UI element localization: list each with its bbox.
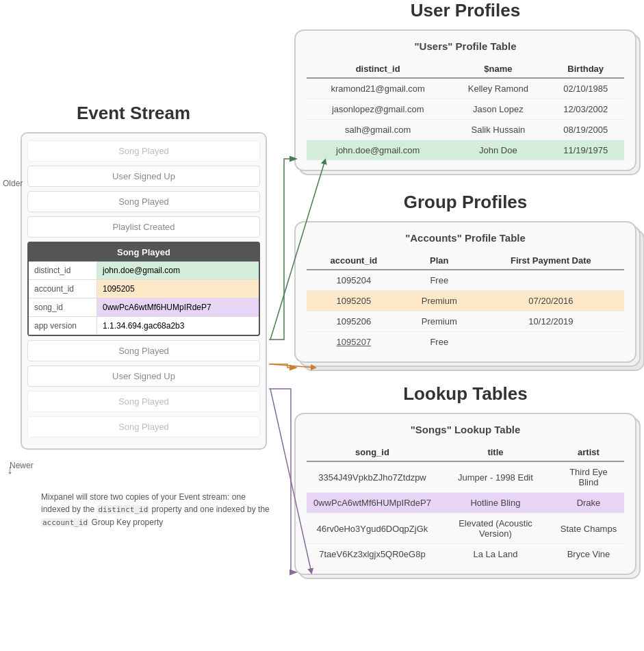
table-row: 1095204 Free — [307, 270, 624, 291]
bottom-note: Mixpanel will store two copies of your E… — [41, 491, 274, 528]
cell-plan: Free — [401, 270, 478, 291]
cell-artist: Bryce Vine — [553, 544, 624, 565]
table-row: jasonlopez@gmail.com Jason Lopez 12/03/2… — [307, 99, 624, 120]
col-song-id: song_id — [307, 444, 438, 461]
list-item: Song Played — [27, 140, 260, 162]
col-artist: artist — [553, 444, 624, 461]
col-name: $name — [449, 60, 547, 78]
table-row: kramond21@gmail.com Kelley Ramond 02/10/… — [307, 78, 624, 99]
list-item: User Signed Up — [27, 366, 260, 387]
cell-date — [478, 270, 624, 291]
group-profiles-table-container: "Accounts" Profile Table account_id Plan… — [294, 221, 636, 363]
user-profiles-table: distinct_id $name Birthday kramond21@gma… — [307, 60, 624, 160]
main-container: Event Stream Older Song Played User Sign… — [0, 0, 644, 651]
cell-name: Jason Lopez — [449, 99, 547, 120]
user-profiles-table-title: "Users" Profile Table — [307, 40, 624, 52]
list-item: User Signed Up — [27, 166, 260, 187]
cell-date — [478, 332, 624, 353]
table-row: 46rv0eHo3Ygud6DOqpZjGk Elevated (Acousti… — [307, 513, 624, 544]
group-profiles-table-title: "Accounts" Profile Table — [307, 232, 624, 244]
table-row: 1095207 Free — [307, 332, 624, 353]
list-item: Playlist Created — [27, 216, 260, 238]
event-val-song-id: 0wwPcA6wtMf6HUMpIRdeP7 — [97, 298, 259, 316]
user-profiles-table-container: "Users" Profile Table distinct_id $name … — [294, 29, 636, 171]
cell-title: Hotline Bling — [438, 493, 553, 513]
table-row: 3354J49VpkbZJho7Ztdzpw Jumper - 1998 Edi… — [307, 461, 624, 493]
lookup-tables-table-container: "Songs" Lookup Table song_id title artis… — [294, 413, 636, 575]
cell-account-id: 1095205 — [307, 291, 401, 311]
table-row: 7taeV6Kz3xlgjx5QR0eG8p La La Land Bryce … — [307, 544, 624, 565]
cell-plan: Free — [401, 332, 478, 353]
lookup-tables-table: song_id title artist 3354J49VpkbZJho7Ztd… — [307, 444, 624, 564]
group-profiles-stack: "Accounts" Profile Table account_id Plan… — [294, 221, 636, 363]
cell-song-id: 7taeV6Kz3xlgjx5QR0eG8p — [307, 544, 438, 565]
lookup-tables-section: Lookup Tables "Songs" Lookup Table song_… — [294, 383, 636, 575]
event-row-app-version: app version 1.1.34.694.gac68a2b3 — [29, 317, 259, 335]
cell-song-id: 0wwPcA6wtMf6HUMpIRdeP7 — [307, 493, 438, 513]
newer-label: Newer — [10, 461, 34, 470]
event-val-account-id: 1095205 — [97, 280, 259, 298]
older-label: Older — [3, 179, 23, 188]
cell-distinct-id: john.doe@gmail.com — [307, 140, 449, 161]
cell-song-id: 3354J49VpkbZJho7Ztdzpw — [307, 461, 438, 493]
cell-date: 07/20/2016 — [478, 291, 624, 311]
cell-distinct-id: kramond21@gmail.com — [307, 78, 449, 99]
user-profiles-section: User Profiles "Users" Profile Table dist… — [294, 0, 636, 171]
col-account-id: account_id — [307, 252, 401, 270]
expanded-event: Song Played distinct_id john.doe@gmail.c… — [27, 242, 260, 336]
table-row: salh@gmail.com Salik Hussain 08/19/2005 — [307, 120, 624, 140]
event-val-distinct-id: john.doe@gmail.com — [97, 261, 259, 279]
col-title: title — [438, 444, 553, 461]
col-plan: Plan — [401, 252, 478, 270]
event-row-song-id: song_id 0wwPcA6wtMf6HUMpIRdeP7 — [29, 298, 259, 317]
event-val-app-version: 1.1.34.694.gac68a2b3 — [97, 317, 259, 335]
cell-distinct-id: jasonlopez@gmail.com — [307, 99, 449, 120]
list-item: Song Played — [27, 340, 260, 361]
user-profiles-title: User Profiles — [294, 0, 636, 21]
cell-title: La La Land — [438, 544, 553, 565]
cell-date: 10/12/2019 — [478, 311, 624, 332]
event-key-account-id: account_id — [29, 280, 97, 298]
cell-title: Jumper - 1998 Edit — [438, 461, 553, 493]
list-item: Song Played — [27, 416, 260, 437]
cell-plan: Premium — [401, 291, 478, 311]
cell-artist: Third Eye Blind — [553, 461, 624, 493]
table-row: 1095206 Premium 10/12/2019 — [307, 311, 624, 332]
cell-name: John Doe — [449, 140, 547, 161]
user-profiles-stack: "Users" Profile Table distinct_id $name … — [294, 29, 636, 171]
lookup-tables-table-title: "Songs" Lookup Table — [307, 424, 624, 435]
event-row-distinct-id: distinct_id john.doe@gmail.com — [29, 261, 259, 280]
cell-artist: Drake — [553, 493, 624, 513]
col-first-payment: First Payment Date — [478, 252, 624, 270]
cell-plan: Premium — [401, 311, 478, 332]
cell-artist: State Champs — [553, 513, 624, 544]
table-row-highlighted: 0wwPcA6wtMf6HUMpIRdeP7 Hotline Bling Dra… — [307, 493, 624, 513]
cell-birthday: 08/19/2005 — [547, 120, 624, 140]
cell-birthday: 02/10/1985 — [547, 78, 624, 99]
cell-account-id: 1095207 — [307, 332, 401, 353]
lookup-tables-title: Lookup Tables — [294, 383, 636, 405]
event-stream-title: Event Stream — [0, 103, 267, 124]
event-key-song-id: song_id — [29, 298, 97, 316]
cell-name: Salik Hussain — [449, 120, 547, 140]
list-item: Song Played — [27, 191, 260, 212]
table-row-highlighted: john.doe@gmail.com John Doe 11/19/1975 — [307, 140, 624, 161]
cell-song-id: 46rv0eHo3Ygud6DOqpZjGk — [307, 513, 438, 544]
event-key-distinct-id: distinct_id — [29, 261, 97, 279]
cell-title: Elevated (Acoustic Version) — [438, 513, 553, 544]
col-birthday: Birthday — [547, 60, 624, 78]
lookup-tables-stack: "Songs" Lookup Table song_id title artis… — [294, 413, 636, 575]
cell-birthday: 11/19/1975 — [547, 140, 624, 161]
event-stream-section: Event Stream Older Song Played User Sign… — [0, 103, 267, 528]
col-distinct-id: distinct_id — [307, 60, 449, 78]
table-row-highlighted: 1095205 Premium 07/20/2016 — [307, 291, 624, 311]
list-item: Song Played — [27, 391, 260, 412]
underlined-id: 1095207 — [337, 337, 372, 347]
event-stream-box: Song Played User Signed Up Song Played P… — [21, 132, 267, 450]
expanded-event-header: Song Played — [29, 243, 259, 261]
cell-account-id: 1095204 — [307, 270, 401, 291]
event-key-app-version: app version — [29, 317, 97, 335]
group-profiles-title: Group Profiles — [294, 192, 636, 213]
cell-distinct-id: salh@gmail.com — [307, 120, 449, 140]
cell-account-id: 1095206 — [307, 311, 401, 332]
